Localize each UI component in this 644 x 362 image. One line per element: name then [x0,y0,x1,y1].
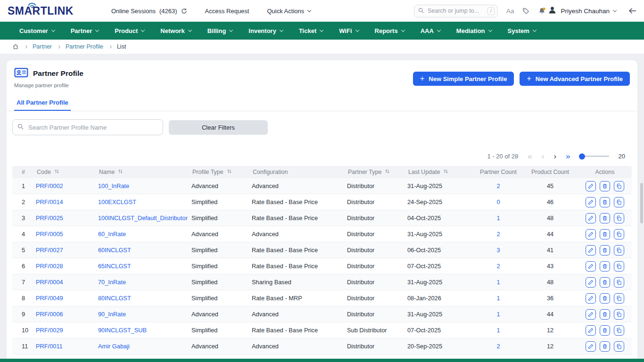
code-link[interactable]: PRF/0027 [36,247,98,254]
profile-search[interactable] [12,119,163,135]
code-link[interactable]: PRF/0005 [36,230,98,238]
delete-button[interactable] [600,245,610,255]
copy-button[interactable] [614,325,624,336]
col-partner-type[interactable]: Partner Type [347,169,407,175]
edit-button[interactable] [586,277,596,288]
clear-filters-button[interactable]: Clear Filters [169,120,268,135]
copy-button[interactable] [614,277,624,288]
partner-count-link[interactable]: 1 [474,327,522,334]
partner-count-link[interactable]: 0 [474,198,522,206]
refresh-icon[interactable] [181,8,187,14]
col-name[interactable]: Name [98,169,191,175]
name-link[interactable]: 100_InRate [98,182,191,189]
col-profile-type[interactable]: Profile Type [191,169,252,175]
access-request-link[interactable]: Access Request [205,8,249,15]
tab-all-partner-profile[interactable]: All Partner Profile [14,95,71,111]
edit-button[interactable] [586,245,596,255]
edit-button[interactable] [586,293,596,304]
edit-button[interactable] [586,261,596,272]
last-page-button[interactable]: » [566,152,570,160]
nav-item-ticket[interactable]: Ticket [291,22,331,40]
code-link[interactable]: PRF/0049 [36,295,98,302]
nav-item-customer[interactable]: Customer [11,22,63,40]
delete-button[interactable] [600,341,610,352]
partner-count-link[interactable]: 2 [474,343,522,350]
name-link[interactable]: 90_InRate [98,311,191,318]
name-link[interactable]: 60_InRate [98,230,191,238]
name-link[interactable]: 100EXCLGST [98,198,191,206]
copy-button[interactable] [614,213,624,223]
global-search-input[interactable] [427,7,485,15]
copy-button[interactable] [614,341,624,352]
profile-search-input[interactable] [27,123,158,132]
code-link[interactable]: PRF/0006 [36,311,98,318]
nav-item-billing[interactable]: Billing [199,22,241,40]
edit-button[interactable] [586,341,596,352]
nav-item-aaa[interactable]: AAA [413,22,448,40]
vertical-scrollbar[interactable] [640,183,643,223]
delete-button[interactable] [600,309,610,320]
nav-item-network[interactable]: Network [152,22,199,40]
delete-button[interactable] [600,277,610,288]
code-link[interactable]: PRF/0029 [36,327,98,334]
edit-button[interactable] [586,197,596,207]
col-code[interactable]: Code [36,169,98,175]
nav-item-reports[interactable]: Reports [367,22,413,40]
back-arrow-icon[interactable] [628,8,636,14]
global-search[interactable]: / [414,5,498,17]
breadcrumb-partner[interactable]: Partner [33,43,52,50]
quick-actions-menu[interactable]: Quick Actions [267,8,311,15]
page-size-slider[interactable] [580,156,609,157]
edit-button[interactable] [586,213,596,223]
delete-button[interactable] [600,261,610,272]
nav-item-wifi[interactable]: WiFi [331,22,366,40]
copy-button[interactable] [614,309,624,320]
home-icon[interactable] [12,43,19,50]
partner-count-link[interactable]: 2 [474,230,522,238]
nav-item-product[interactable]: Product [107,22,152,40]
nav-item-system[interactable]: System [500,22,544,40]
copy-button[interactable] [614,245,624,255]
copy-button[interactable] [614,181,624,191]
name-link[interactable]: 60INCLGST [98,247,191,254]
brand-logo[interactable]: SMARTLINK [8,5,87,17]
tag-icon[interactable] [522,8,529,15]
name-link[interactable]: 80INCLGST [98,295,191,302]
online-sessions-link[interactable]: Online Sessions (4263) [111,8,187,15]
edit-button[interactable] [586,325,596,336]
delete-button[interactable] [600,181,610,191]
user-menu[interactable]: Priyesh Chauhan [548,6,616,16]
sort-icon[interactable] [385,169,390,175]
edit-button[interactable] [586,309,596,320]
nav-item-mediation[interactable]: Mediation [448,22,500,40]
code-link[interactable]: PRF/0011 [36,343,98,350]
name-link[interactable]: 100INCLGST_Default_Distributor [98,214,191,222]
delete-button[interactable] [600,229,610,239]
delete-button[interactable] [600,325,610,336]
code-link[interactable]: PRF/0002 [36,182,98,189]
code-link[interactable]: PRF/0014 [36,198,98,206]
edit-button[interactable] [586,229,596,239]
partner-count-link[interactable]: 3 [474,247,522,254]
copy-button[interactable] [614,293,624,304]
sort-icon[interactable] [227,169,232,175]
code-link[interactable]: PRF/0028 [36,263,98,270]
breadcrumb-partner-profile[interactable]: Partner Profile [66,43,103,50]
delete-button[interactable] [600,293,610,304]
new-simple-partner-profile-button[interactable]: + New Simple Partner Profile [413,72,514,86]
new-advanced-partner-profile-button[interactable]: + New Advanced Partner Profile [520,72,630,86]
code-link[interactable]: PRF/0004 [36,279,98,286]
previous-page-button[interactable]: ‹ [542,152,545,160]
copy-button[interactable] [614,197,624,207]
col-last-update[interactable]: Last Update [407,169,474,175]
nav-item-inventory[interactable]: Inventory [240,22,291,40]
name-link[interactable]: 90INCLGST_SUB [98,327,191,334]
delete-button[interactable] [600,213,610,223]
next-page-button[interactable]: › [553,152,556,160]
partner-count-link[interactable]: 1 [474,214,522,222]
partner-count-link[interactable]: 2 [474,182,522,189]
edit-button[interactable] [586,181,596,191]
partner-count-link[interactable]: 1 [474,279,522,286]
name-link[interactable]: 70_InRate [98,279,191,286]
delete-button[interactable] [600,197,610,207]
